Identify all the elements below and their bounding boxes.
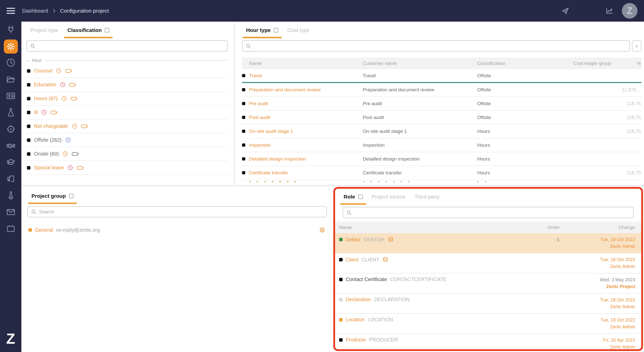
classification-search[interactable] [26, 40, 228, 52]
hour-type-row[interactable]: On-site audit stage 1On-site audit stage… [242, 125, 641, 138]
tab-hour-type[interactable]: Hour type [246, 27, 278, 34]
row-checkbox[interactable] [242, 130, 245, 133]
project-group-search[interactable] [27, 206, 327, 217]
item-checkbox[interactable] [27, 125, 30, 128]
role-name[interactable]: Declaration [346, 297, 371, 302]
hour-type-row[interactable]: Post auditPost auditOffsite118,75 [242, 111, 641, 125]
tab-cost-type[interactable]: Cost type [287, 27, 310, 34]
row-checkbox[interactable] [242, 102, 245, 105]
trend-chart-icon[interactable] [605, 7, 614, 15]
sidebar-item-target[interactable] [0, 121, 21, 138]
sidebar-item-flask[interactable] [0, 105, 21, 121]
tab-third-party[interactable]: Third party [415, 194, 440, 201]
cell-name[interactable]: Travel [249, 73, 363, 79]
sidebar-item-plug[interactable] [0, 22, 21, 38]
sidebar-item-calendar[interactable] [0, 221, 21, 238]
role-name[interactable]: Debtor [346, 237, 361, 243]
sidebar-item-certificate[interactable] [0, 171, 21, 188]
sidebar-item-gear[interactable] [0, 38, 21, 55]
tab-project-source[interactable]: Project source [372, 194, 406, 201]
item-checkbox[interactable] [27, 97, 30, 100]
role-name[interactable]: Producer [346, 337, 366, 343]
classification-search-input[interactable] [38, 43, 224, 49]
classification-item[interactable]: Counsel [26, 64, 228, 78]
row-checkbox[interactable] [339, 238, 343, 241]
column-header-name[interactable]: Name [249, 61, 363, 66]
cell-name[interactable]: Pre audit [249, 101, 363, 106]
tab-role[interactable]: Role [344, 194, 363, 201]
classification-item[interactable]: Ill [26, 106, 228, 120]
item-checkbox[interactable] [27, 69, 30, 73]
column-header-name[interactable]: Name [339, 225, 527, 230]
cell-name[interactable]: Certificate transfer [249, 170, 363, 176]
cell-name[interactable]: Detailled design inspection [249, 156, 363, 162]
tab-checkbox[interactable] [358, 194, 363, 199]
column-header-percent[interactable]: % [611, 61, 641, 66]
item-checkbox[interactable] [28, 228, 32, 232]
row-checkbox[interactable] [242, 157, 245, 161]
cell-name[interactable]: On-site audit stage 1 [249, 129, 363, 134]
sort-button[interactable] [632, 40, 641, 52]
column-header-customer-name[interactable]: Customer name [363, 61, 477, 66]
hour-type-row[interactable]: TravelTravelOffsite [242, 69, 641, 83]
hour-type-row[interactable]: Detailled design inspectionDetailled des… [242, 152, 641, 166]
role-row[interactable]: DeclarationDECLARATIONTue, 18 Oct 2022Ze… [335, 294, 641, 314]
row-checkbox[interactable] [339, 298, 343, 301]
sidebar-item-folder-open[interactable] [0, 71, 21, 88]
role-search[interactable] [343, 207, 634, 218]
project-group-name[interactable]: General [35, 227, 53, 233]
cell-name[interactable]: Post audit [249, 115, 363, 120]
classification-item[interactable]: Offsite (262) [26, 133, 228, 147]
role-row[interactable]: ProducerPRODUCERFri, 16 Apr 2021Zertic A… [335, 334, 641, 351]
sidebar-item-thermometer[interactable] [0, 188, 21, 204]
user-avatar[interactable]: Z [622, 3, 637, 19]
row-checkbox[interactable] [339, 278, 343, 281]
tab-checkbox[interactable] [105, 28, 109, 32]
hour-type-row[interactable]: InspectionInspectionHours [242, 138, 641, 152]
classification-item[interactable]: Special leave [26, 161, 228, 175]
globe-icon[interactable] [319, 227, 325, 233]
row-checkbox[interactable] [339, 338, 343, 342]
item-checkbox[interactable] [27, 138, 30, 142]
classification-item[interactable]: Hours (97) [26, 92, 228, 106]
classification-item[interactable]: Onsite (60) [26, 147, 228, 161]
project-group-search-input[interactable] [39, 209, 323, 215]
role-row[interactable]: DebtorDEBTOR-1Tue, 18 Oct 2022Zertic Adm… [335, 233, 641, 253]
role-row[interactable]: LocationLOCATIONTue, 18 Oct 2022Zertic A… [335, 314, 641, 334]
cell-name[interactable]: Preparation and document review [249, 87, 363, 93]
role-search-input[interactable] [354, 210, 630, 215]
item-checkbox[interactable] [27, 166, 30, 170]
role-name[interactable]: Location [346, 317, 365, 323]
tab-project-type[interactable]: Project type [30, 27, 58, 34]
tab-classification[interactable]: Classification [67, 27, 109, 34]
column-header-change[interactable]: Change [560, 225, 635, 230]
row-checkbox[interactable] [339, 318, 343, 322]
sidebar-item-graduation-cap[interactable] [0, 154, 21, 171]
tab-project-group[interactable]: Project group [31, 193, 73, 200]
breadcrumb-dashboard[interactable]: Dashboard [22, 8, 48, 14]
hour-type-search-input[interactable] [254, 43, 626, 49]
classification-item[interactable]: Not chargeable [26, 120, 228, 133]
item-checkbox[interactable] [27, 83, 30, 87]
row-checkbox[interactable] [242, 74, 245, 77]
hour-type-search[interactable] [242, 40, 630, 52]
item-checkbox[interactable] [27, 111, 30, 114]
sidebar-item-id-card[interactable] [0, 88, 21, 105]
hour-type-row[interactable]: Preparation and document reviewPreparati… [242, 83, 641, 97]
role-row[interactable]: Contact CertificateCONTACTCERTIFICATEWed… [335, 273, 641, 294]
sidebar-item-clock[interactable] [0, 55, 21, 71]
menu-icon[interactable] [7, 8, 15, 14]
project-group-item[interactable]: Generalno-reply@zertic.org [27, 227, 327, 233]
row-checkbox[interactable] [242, 88, 245, 91]
column-header-cost-ledger-group[interactable]: Cost ledger group [534, 61, 611, 66]
column-header-classification[interactable]: Classification [477, 61, 534, 66]
column-header-order[interactable]: Order [527, 225, 560, 230]
sidebar-item-envelope[interactable] [0, 204, 21, 221]
role-name[interactable]: Contact Certificate [346, 277, 387, 282]
row-checkbox[interactable] [242, 171, 245, 174]
send-icon[interactable] [561, 7, 570, 15]
row-checkbox[interactable] [242, 143, 245, 147]
role-name[interactable]: Client [346, 257, 358, 263]
row-checkbox[interactable] [339, 258, 343, 261]
classification-item[interactable]: Education [26, 78, 228, 92]
